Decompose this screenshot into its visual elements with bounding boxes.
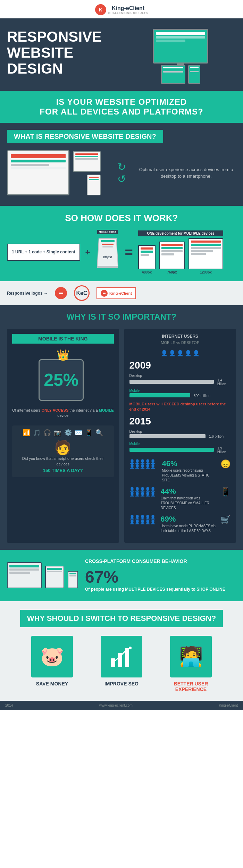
better-user-text: Better USER (174, 681, 208, 686)
ts-bar-1 (163, 67, 183, 68)
cp-header: CROSS-PLATFORM consumer behavior (85, 558, 236, 564)
hero-title: RESPONSIVE WEBSITE DESIGN (7, 29, 118, 77)
person-8: 👤 (140, 464, 145, 469)
big-monitor-screen (8, 151, 68, 194)
person-4: 👤 (145, 459, 150, 464)
sb-bar-g3 (161, 253, 174, 255)
device-text: device (57, 413, 68, 418)
mobile-king-column: MOBILE is the KING 👑 25% Of internet use… (7, 329, 119, 543)
stat-69-num: 69% (160, 515, 176, 523)
shopping-cart-icon: 🛒 (220, 515, 231, 524)
bms-bot (11, 164, 49, 166)
logo-icon: K (95, 4, 106, 15)
ps-bar-1 (190, 67, 199, 68)
music-icon: 🎵 (33, 429, 41, 437)
what-is-header: WHAT IS RESPONSIVE WEBSITE DESIGN? (7, 130, 163, 143)
size-box-768: 768px (159, 242, 185, 274)
person-5: 👤 (150, 459, 156, 464)
plus-sign: + (85, 247, 90, 257)
desktop-label-2015: Desktop (129, 430, 231, 433)
stat-46-text: Mobile users report having PROBLEMS view… (162, 468, 217, 483)
sad-face-icon: 😞 (220, 459, 231, 469)
iu-subtitle: MOBILE vs DESKTOP (129, 340, 231, 345)
how-content: 1 URL + 1 code + Single content + MOBILE… (7, 230, 236, 274)
cp-seq-text: sequentially to (166, 587, 196, 592)
mobile-bar-2015 (129, 448, 214, 452)
person-10: 👤 (150, 464, 156, 469)
hero-tablet (161, 65, 185, 84)
bms-top (11, 154, 66, 158)
mini-tablet (73, 151, 101, 172)
ts-bar-3 (163, 71, 183, 73)
logos-label: Responsive logos → (7, 291, 48, 296)
chart-icon (109, 644, 134, 669)
p3-4: 👤 (145, 515, 150, 520)
size-boxes: 480px 768px (138, 238, 223, 274)
improve-seo-label: Improve SEO (104, 681, 139, 686)
phone-display: 👑 25% (39, 349, 87, 404)
mobile-first-badge: MOBILE FIRST (97, 230, 118, 234)
p2-4: 👤 (145, 487, 150, 492)
email-icon: ✉️ (75, 429, 82, 437)
mini-phone (87, 175, 101, 195)
mobile-2015-container: Mobile 1.9 billion (129, 442, 231, 454)
desktop-value-2015: 1.6 billion (209, 435, 224, 438)
arrow-icon-2: ↺ (117, 173, 126, 185)
percent-label: Of internet users ONLY ACCESS the intern… (12, 408, 114, 419)
p2-5: 👤 (150, 487, 156, 492)
logo-small (55, 287, 67, 299)
people-icons-69: 👤 👤 👤 👤 👤 👤 👤 👤 👤 👤 (129, 515, 157, 524)
url-label: 1 URL + 1 code + Single content (12, 250, 75, 254)
logo-full-inner-icon (102, 291, 107, 296)
cpps-bar-2 (69, 575, 76, 576)
optimized-title: IS YOUR WEBSITE OPTIMIZED FOR ALL DEVICE… (7, 97, 236, 117)
year-2009: 2009 (129, 360, 231, 371)
logos-row: Responsive logos → KeC King-eClient (0, 281, 243, 305)
mobile-value-2009: 800 million (194, 394, 210, 398)
mps-bar-2 (89, 179, 99, 180)
blender-icon: http:// (95, 237, 120, 268)
mps-bar-1 (89, 177, 99, 178)
what-is-desc-text: Optimal user experience across devices f… (136, 166, 236, 180)
desktop-bar-2009 (129, 380, 214, 384)
search-icon-2: 🔍 (95, 429, 103, 437)
logo-large: King-eClient (97, 287, 136, 299)
cp-of-text: Of people are using (85, 587, 125, 592)
cpts-bar-1 (47, 568, 62, 570)
arrow-icon-1: ↻ (117, 161, 126, 173)
screen-bar-1 (156, 32, 205, 35)
what-is-highlight: RESPONSIVE WEBSITE DESIGN? (45, 133, 156, 140)
exceed-text: MOBILE users will EXCEED desktop users b… (129, 402, 231, 412)
sb-bar-g4 (191, 247, 221, 249)
headphone-icon: 🎧 (43, 429, 51, 437)
cpps-bar-1 (69, 573, 76, 574)
p3-10: 👤 (150, 520, 156, 524)
svg-rect-9 (103, 293, 106, 294)
person-6: 👤 (129, 464, 135, 469)
hero-monitor (153, 29, 208, 64)
hero-section: RESPONSIVE WEBSITE DESIGN (0, 18, 243, 91)
screen-bar-3 (156, 40, 185, 42)
why-important-section: WHY IS IT SO IMPORTANT? MOBILE is the KI… (0, 305, 243, 550)
switch-highlight: RESPONSIVE DESIGN? (130, 614, 216, 623)
check-times-container: 📶 🎵 🎧 📷 ⚙️ ✉️ 📱 🔍 🧑 Did you know that sm… (12, 425, 114, 478)
switch-heading: WHY SHOULD I SWITCH TO RESPONSIVE DESIGN… (20, 610, 223, 627)
stat-44-left: 👤 👤 👤 👤 👤 👤 👤 👤 👤 👤 (129, 487, 157, 498)
save-money-card: 🐷 Save money (21, 636, 83, 692)
for-text: FOR (40, 107, 60, 116)
p3-5: 👤 (150, 515, 156, 520)
svg-point-13 (129, 647, 132, 649)
cp-monitor (7, 562, 42, 588)
sb-bar-r1 (141, 247, 153, 250)
stat-46-left: 👤 👤 👤 👤 👤 👤 👤 👤 👤 👤 (129, 459, 159, 470)
mini-tablet-screen (74, 152, 100, 171)
cp-header-highlight: consumer behavior (132, 558, 187, 564)
camera-icon: 📷 (54, 429, 61, 437)
mobile-bar-2009 (129, 393, 191, 397)
user-icon-4: 👤 (185, 350, 192, 356)
devices-illustration (7, 150, 107, 195)
desktop-bar-row-2009: 1.4 billion (129, 378, 231, 386)
logo-tagline: CHALLENGING RESULTS (108, 11, 148, 15)
what-is-label: WHAT IS (14, 133, 45, 140)
mobile-bar-row-2009: 800 million (129, 393, 231, 398)
